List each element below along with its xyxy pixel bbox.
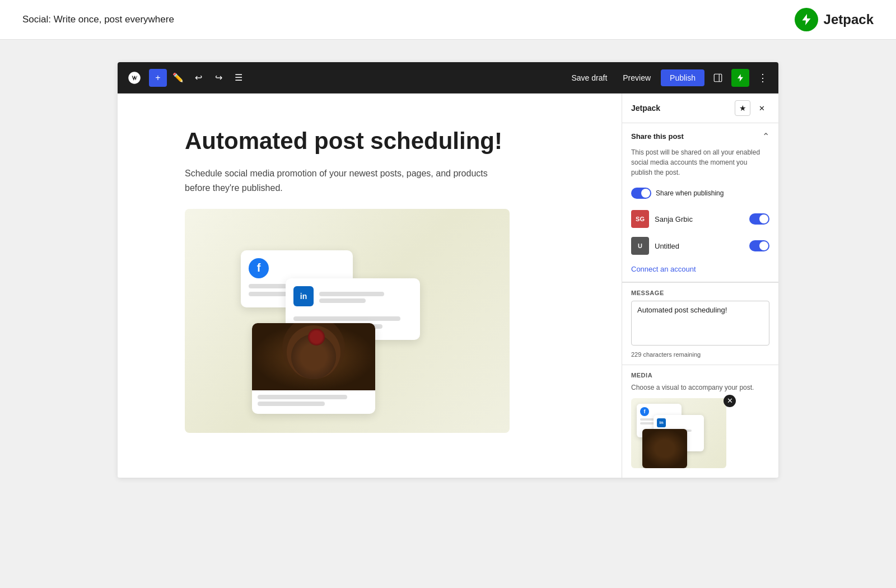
featured-image-area: f in	[185, 209, 510, 433]
connect-account-link[interactable]: Connect an account	[631, 265, 696, 273]
post-title[interactable]: Automated post scheduling!	[185, 127, 577, 155]
close-sidebar-button[interactable]: ✕	[754, 100, 769, 116]
document-overview-button[interactable]: ☰	[230, 69, 248, 87]
mini-li-icon: in	[657, 418, 666, 427]
jetpack-icon	[795, 8, 818, 31]
card-header: in	[293, 286, 412, 312]
card-photo-text	[252, 390, 375, 414]
jetpack-toolbar-icon	[736, 73, 745, 82]
share-section-collapse-button[interactable]: ⌃	[762, 131, 769, 142]
social-cards-overlay: f in	[241, 250, 454, 407]
card-line	[319, 292, 384, 296]
preview-button[interactable]: Preview	[617, 70, 656, 86]
save-draft-button[interactable]: Save draft	[566, 70, 613, 86]
post-body-text[interactable]: Schedule social media promotion of your …	[185, 166, 493, 195]
more-options-button[interactable]: ⋮	[754, 69, 772, 87]
linkedin-icon: in	[293, 286, 314, 306]
card-line	[258, 402, 325, 406]
mini-photo-card	[642, 429, 687, 468]
jetpack-sidebar: Jetpack ★ ✕ Share this post ⌃ This post …	[622, 94, 778, 478]
mini-fb-icon: f	[640, 407, 649, 416]
sanja-account-name: Sanja Grbic	[655, 215, 744, 223]
untitled-account-toggle[interactable]	[749, 240, 769, 251]
editor-toolbar: + ✏️ ↩ ↪ ☰ Save draft Preview Publish	[118, 62, 778, 94]
tools-button[interactable]: ✏️	[169, 69, 187, 87]
toggle-label: Share when publishing	[656, 189, 724, 197]
media-label: MEDIA	[631, 372, 769, 379]
share-when-publishing-toggle[interactable]	[631, 188, 651, 199]
publish-button[interactable]: Publish	[661, 69, 704, 86]
facebook-icon: f	[249, 258, 269, 278]
mini-social-cards: f in	[637, 404, 726, 468]
share-description: This post will be shared on all your ena…	[622, 147, 778, 184]
sidebar-header-icons: ★ ✕	[735, 100, 769, 116]
editor-container: + ✏️ ↩ ↪ ☰ Save draft Preview Publish	[118, 62, 778, 478]
main-area: + ✏️ ↩ ↪ ☰ Save draft Preview Publish	[0, 40, 896, 500]
star-button[interactable]: ★	[735, 100, 750, 116]
card-line	[319, 298, 366, 303]
char-count: 229 characters remaining	[631, 351, 769, 358]
jetpack-bolt-icon	[800, 13, 813, 26]
editor-content: Automated post scheduling! Schedule soci…	[118, 94, 622, 478]
wp-logo	[124, 68, 144, 88]
redo-button[interactable]: ↪	[209, 69, 227, 87]
sanja-account-toggle[interactable]	[749, 213, 769, 225]
media-preview-image: f in	[631, 398, 726, 468]
card-line	[293, 316, 400, 321]
message-textarea[interactable]: Automated post scheduling!	[631, 301, 769, 346]
add-block-button[interactable]: +	[149, 69, 167, 87]
sidebar-title: Jetpack	[631, 104, 660, 113]
remove-media-button[interactable]: ✕	[724, 395, 736, 407]
editor-body: Automated post scheduling! Schedule soci…	[118, 94, 778, 478]
sidebar-icon	[713, 73, 723, 83]
photo-card	[252, 323, 375, 414]
connect-link-area: Connect an account	[622, 259, 778, 282]
share-when-publishing-toggle-row: Share when publishing	[622, 184, 778, 206]
undo-button[interactable]: ↩	[189, 69, 207, 87]
jetpack-sidebar-button[interactable]	[731, 69, 749, 87]
share-section-title: Share this post	[631, 132, 684, 141]
sanja-avatar: SG	[631, 210, 649, 228]
media-section: MEDIA Choose a visual to accompany your …	[622, 365, 778, 478]
pancake-image	[252, 323, 375, 390]
mini-pancake-image	[642, 429, 687, 468]
share-section: Share this post ⌃ This post will be shar…	[622, 123, 778, 282]
message-section: MESSAGE Automated post scheduling! 229 c…	[622, 283, 778, 365]
svg-rect-1	[714, 74, 722, 82]
toolbar-icons: + ✏️ ↩ ↪ ☰	[149, 69, 566, 87]
logo-area: Jetpack	[795, 8, 874, 31]
toolbar-right: Save draft Preview Publish ⋮	[566, 69, 772, 87]
card-line	[258, 395, 347, 399]
sidebar-toggle-button[interactable]	[709, 69, 727, 87]
untitled-avatar: U	[631, 237, 649, 255]
page-title: Social: Write once, post everywhere	[22, 14, 174, 25]
media-description: Choose a visual to accompany your post.	[631, 383, 769, 393]
sidebar-header: Jetpack ★ ✕	[622, 94, 778, 123]
media-preview: ✕ f in	[631, 398, 769, 471]
untitled-account-name: Untitled	[655, 242, 744, 250]
message-label: MESSAGE	[631, 290, 769, 296]
jetpack-label: Jetpack	[824, 12, 874, 27]
top-bar: Social: Write once, post everywhere Jetp…	[0, 0, 896, 40]
account-row-untitled: U Untitled	[622, 232, 778, 259]
account-row: SG Sanja Grbic	[622, 206, 778, 232]
share-section-header: Share this post ⌃	[622, 123, 778, 147]
